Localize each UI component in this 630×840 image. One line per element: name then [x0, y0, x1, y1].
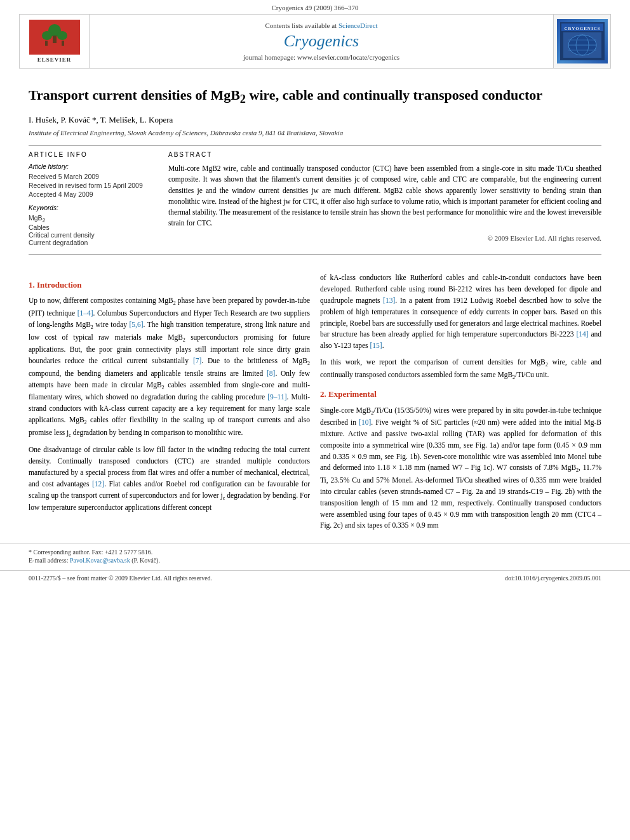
- ref-7[interactable]: [7]: [193, 357, 201, 364]
- bottom-bar: 0011-2275/$ – see front matter © 2009 El…: [0, 570, 630, 585]
- svg-point-4: [57, 31, 67, 40]
- ref-5-6[interactable]: [5,6]: [129, 321, 143, 328]
- journal-title-display: Cryogenics: [284, 32, 359, 51]
- abstract-title: ABSTRACT: [168, 151, 601, 158]
- article-title: Transport current densities of MgB2 wire…: [29, 86, 601, 107]
- journal-header: ELSEVIER Contents lists available at Sci…: [19, 14, 611, 69]
- keyword-3: Critical current density: [29, 231, 156, 239]
- ref-10[interactable]: [10]: [359, 418, 371, 426]
- footnote-section: * Corresponding author. Fax: +421 2 5777…: [0, 543, 630, 564]
- right-para-1: of kA-class conductors like Rutherford c…: [320, 272, 601, 352]
- elsevier-logo-img: [29, 20, 80, 55]
- footnote-star: * Corresponding author. Fax: +421 2 5777…: [29, 549, 601, 556]
- sciencedirect-prefix: Contents lists available at: [265, 22, 338, 29]
- citation-text: Cryogenics 49 (2009) 366–370: [271, 4, 358, 11]
- cryogenics-logo-svg: CRYOGENICS: [560, 22, 605, 60]
- received-date: Received 5 March 2009: [29, 173, 156, 180]
- elsevier-label: ELSEVIER: [37, 57, 72, 63]
- affiliation: Institute of Electrical Engineering, Slo…: [29, 129, 601, 137]
- svg-rect-5: [45, 41, 48, 46]
- right-para-2: In this work, we report the comparison o…: [320, 357, 601, 382]
- svg-rect-2: [53, 36, 57, 43]
- journal-header-left: ELSEVIER: [20, 15, 90, 68]
- copyright-line: © 2009 Elsevier Ltd. All rights reserved…: [168, 234, 601, 242]
- journal-header-right: CRYOGENICS: [553, 15, 610, 68]
- main-content: Transport current densities of MgB2 wire…: [0, 75, 630, 272]
- authors-text: I. Hušek, P. Kováč *, T. Melišek, L. Kop…: [29, 115, 173, 124]
- ref-1-4[interactable]: [1–4]: [77, 309, 93, 317]
- right-para-3: Single-core MgB2/Ti/Cu (15/35/50%) wires…: [320, 405, 601, 532]
- intro-para-2: One disadvantage of circular cable is lo…: [29, 444, 310, 514]
- elsevier-logo: ELSEVIER: [29, 20, 80, 63]
- page-container: Cryogenics 49 (2009) 366–370: [0, 0, 630, 585]
- ref-12[interactable]: [12]: [92, 480, 104, 488]
- svg-text:CRYOGENICS: CRYOGENICS: [564, 26, 600, 31]
- divider-1: [29, 145, 601, 146]
- keyword-4: Current degradation: [29, 239, 156, 246]
- svg-rect-6: [62, 41, 64, 46]
- intro-para-1: Up to now, different composites containi…: [29, 295, 310, 439]
- journal-header-center: Contents lists available at ScienceDirec…: [90, 15, 553, 68]
- sciencedirect-line: Contents lists available at ScienceDirec…: [265, 22, 377, 29]
- divider-2: [29, 254, 601, 255]
- title-sub: 2: [240, 93, 246, 105]
- two-column-section: ARTICLE INFO Article history: Received 5…: [29, 151, 601, 246]
- doi-line: doi:10.1016/j.cryogenics.2009.05.001: [505, 575, 601, 582]
- citation-bar: Cryogenics 49 (2009) 366–370: [0, 0, 630, 14]
- svg-point-3: [42, 31, 52, 40]
- journal-homepage: journal homepage: www.elsevier.com/locat…: [243, 53, 399, 61]
- footnote-email: E-mail address: Pavol.Kovac@savba.sk (P.…: [29, 557, 601, 564]
- experimental-heading: 2. Experimental: [320, 388, 601, 401]
- history-label: Article history:: [29, 163, 156, 170]
- ref-13[interactable]: [13]: [383, 297, 395, 304]
- body-right-column: of kA-class conductors like Rutherford c…: [320, 272, 601, 537]
- accepted-date: Accepted 4 May 2009: [29, 190, 156, 198]
- body-content: 1. Introduction Up to now, different com…: [0, 272, 630, 537]
- article-info-panel: ARTICLE INFO Article history: Received 5…: [29, 151, 156, 246]
- ref-9-11[interactable]: [9–11]: [267, 393, 286, 401]
- sciencedirect-link[interactable]: ScienceDirect: [338, 22, 378, 29]
- ref-14[interactable]: [14]: [576, 330, 588, 338]
- abstract-section: ABSTRACT Multi-core MgB2 wire, cable and…: [168, 151, 601, 246]
- title-text-part1: Transport current densities of MgB: [29, 87, 240, 103]
- keyword-1: MgB2: [29, 214, 156, 223]
- article-info-title: ARTICLE INFO: [29, 151, 156, 158]
- email-link[interactable]: Pavol.Kovac@savba.sk: [70, 557, 130, 564]
- revised-date: Received in revised form 15 April 2009: [29, 182, 156, 189]
- keyword-2: Cables: [29, 223, 156, 231]
- authors: I. Hušek, P. Kováč *, T. Melišek, L. Kop…: [29, 115, 601, 125]
- ref-15[interactable]: [15]: [370, 342, 382, 349]
- abstract-text: Multi-core MgB2 wire, cable and continua…: [168, 163, 601, 229]
- body-left-column: 1. Introduction Up to now, different com…: [29, 272, 310, 537]
- keywords-section: Keywords: MgB2 Cables Critical current d…: [29, 204, 156, 246]
- ref-8[interactable]: [8]: [267, 370, 275, 377]
- elsevier-tree-svg: [36, 23, 74, 51]
- keywords-title: Keywords:: [29, 204, 156, 211]
- intro-heading: 1. Introduction: [29, 279, 310, 291]
- title-text-part2: wire, cable and continually transposed c…: [246, 87, 542, 103]
- cryogenics-logo-box: CRYOGENICS: [557, 19, 608, 63]
- issn-line: 0011-2275/$ – see front matter © 2009 El…: [29, 575, 212, 582]
